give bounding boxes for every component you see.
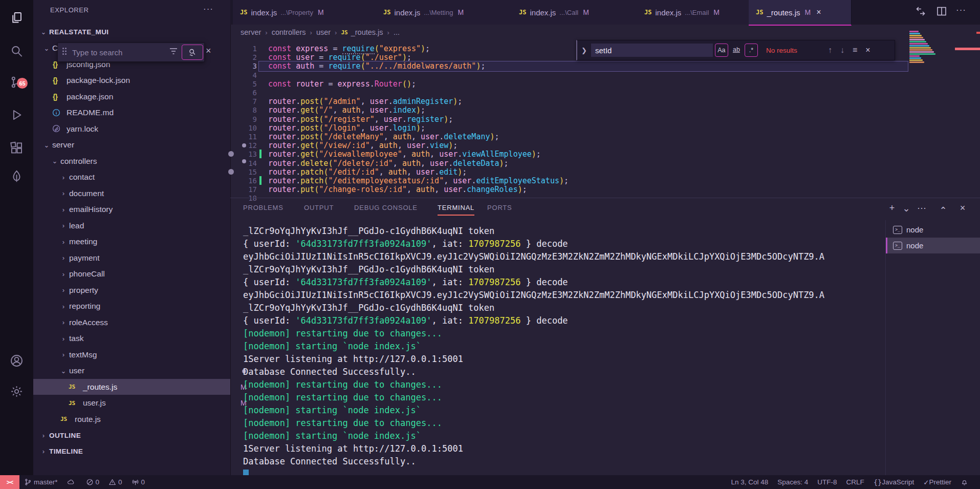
breadcrumb-item[interactable]: server: [241, 28, 261, 36]
new-terminal-button[interactable]: +: [886, 203, 898, 214]
status-warnings[interactable]: 0: [108, 478, 122, 486]
explorer-item-route.js[interactable]: JSroute.js: [33, 411, 230, 427]
explorer-item-package.json[interactable]: {}package.json: [33, 89, 230, 104]
sidebar-more-icon[interactable]: ···: [203, 4, 213, 14]
code-line[interactable]: router.delete("/delete/:id", auth, user.…: [268, 159, 509, 168]
activity-extensions[interactable]: [0, 135, 33, 161]
toggle-replace-icon[interactable]: ❯: [581, 47, 587, 54]
status-eol[interactable]: CRLF: [846, 478, 864, 486]
code-line[interactable]: router.post("/register", user.register);: [268, 115, 453, 124]
tab-index.js-2[interactable]: JSindex.js...\CallM: [512, 0, 638, 25]
activity-settings[interactable]: [0, 378, 33, 405]
code-line[interactable]: router.post("/login", user.login);: [268, 123, 425, 133]
split-editor-button[interactable]: [935, 5, 948, 19]
breakpoint-icon[interactable]: [228, 169, 234, 175]
explorer-item-payment[interactable]: ›payment: [33, 250, 230, 266]
panel-tab-ports[interactable]: PORTS: [487, 204, 512, 211]
explorer-item-meeting[interactable]: ›meeting: [33, 234, 230, 250]
minimap[interactable]: [909, 31, 938, 67]
activity-search[interactable]: [0, 37, 33, 64]
status-git-branch[interactable]: master*: [24, 478, 58, 486]
open-changes-button[interactable]: [914, 5, 927, 19]
explorer-item-emailhistory[interactable]: ›emailHistory: [33, 202, 230, 218]
explorer-item-property[interactable]: ›property: [33, 282, 230, 298]
tab-close-icon[interactable]: ×: [816, 8, 821, 17]
status-errors[interactable]: 0: [86, 478, 100, 486]
status-language-mode[interactable]: {} JavaScript: [874, 478, 914, 486]
tree-filter-popup[interactable]: Type to search: [57, 42, 205, 62]
find-input[interactable]: setId: [591, 44, 713, 57]
panel-tab-terminal[interactable]: TERMINAL: [438, 204, 474, 211]
find-in-selection-button[interactable]: ≡: [853, 46, 857, 55]
prev-match-button[interactable]: ↑: [828, 46, 832, 55]
explorer-item-lead[interactable]: ›lead: [33, 218, 230, 233]
code-line[interactable]: router.put("/change-roles/:id", auth, us…: [268, 185, 527, 194]
explorer-item-yarn.lock[interactable]: yarn.lock: [33, 121, 230, 137]
status-notifications[interactable]: [961, 478, 970, 486]
breadcrumb-item[interactable]: _routes.js: [351, 28, 383, 36]
explorer-item-textmsg[interactable]: ›textMsg: [33, 347, 230, 363]
status-encoding[interactable]: UTF-8: [817, 478, 837, 486]
activity-mongodb[interactable]: [0, 163, 33, 189]
explorer-item-user[interactable]: ⌄user: [33, 363, 230, 379]
regex-toggle[interactable]: .*: [745, 44, 758, 57]
tab-index.js-0[interactable]: JSindex.js...\PropertyM: [233, 0, 377, 25]
code-line[interactable]: const auth = require("../../middelwares/…: [268, 61, 485, 71]
explorer-item-readme.md[interactable]: README.md: [33, 105, 230, 121]
match-case-toggle[interactable]: Aa: [715, 44, 728, 57]
explorer-item-task[interactable]: ›task: [33, 331, 230, 347]
launch-profile-button[interactable]: ⌄: [901, 203, 912, 214]
drag-grip-icon[interactable]: [62, 47, 67, 57]
code-line[interactable]: router.post("/deleteMany", auth, user.de…: [268, 132, 499, 141]
status-cursor-position[interactable]: Ln 3, Col 48: [731, 478, 769, 486]
code-line[interactable]: const user = require("./user");: [268, 53, 411, 62]
terminal-instance-1[interactable]: >_node: [886, 222, 980, 238]
status-publish-changes[interactable]: [67, 478, 77, 486]
explorer-item-document[interactable]: ›document: [33, 185, 230, 201]
explorer-item-reporting[interactable]: ›reporting: [33, 299, 230, 314]
activity-run-debug[interactable]: [0, 101, 33, 128]
close-filter-icon[interactable]: ×: [206, 46, 211, 56]
code-line[interactable]: router.get("/", auth, user.index);: [268, 105, 425, 115]
explorer-item-controllers[interactable]: ⌄controllers: [33, 153, 230, 169]
maximize-panel-button[interactable]: ⌃: [938, 205, 949, 216]
explorer-item-phonecall[interactable]: ›phoneCall: [33, 266, 230, 282]
code-line[interactable]: router.get("/viewallemployee", auth, use…: [268, 150, 541, 159]
filter-icon[interactable]: [169, 48, 178, 57]
tab-index.js-1[interactable]: JSindex.js...\MettingM: [376, 0, 512, 25]
status-indentation[interactable]: Spaces: 4: [777, 478, 808, 486]
explorer-item-user.js[interactable]: JSuser.jsM: [33, 395, 230, 411]
explorer-item-realstate_mui[interactable]: ⌄REALSTATE_MUI: [33, 24, 230, 40]
status-formatter[interactable]: ✓ Prettier: [923, 478, 951, 486]
tab-_routes.js-4[interactable]: JS_routes.jsM×: [749, 0, 852, 26]
code-line[interactable]: const express = require("express");: [268, 44, 430, 53]
breadcrumb-item[interactable]: controllers: [272, 28, 306, 36]
breakpoint-icon[interactable]: [228, 151, 234, 157]
tree-filter-input[interactable]: Type to search: [72, 48, 169, 57]
next-match-button[interactable]: ↓: [840, 46, 844, 55]
explorer-item-_routes.js[interactable]: JS_routes.jsM: [33, 379, 230, 395]
terminal-instance-2[interactable]: >_node: [886, 238, 980, 253]
tab-index.js-3[interactable]: JSindex.js...\EmailM: [637, 0, 749, 25]
more-actions-button[interactable]: ···: [956, 5, 966, 15]
panel-tab-debug-console[interactable]: DEBUG CONSOLE: [354, 204, 418, 211]
breadcrumb-item[interactable]: ...: [394, 28, 400, 36]
code-line[interactable]: router.get("/view/:id", auth, user.view)…: [268, 141, 458, 150]
status-ports-forwarded[interactable]: 0: [132, 478, 145, 486]
whole-word-toggle[interactable]: ab: [730, 44, 743, 56]
activity-explorer[interactable]: [0, 4, 33, 31]
panel-tab-output[interactable]: OUTPUT: [304, 204, 334, 211]
remote-indicator[interactable]: ><: [0, 475, 19, 489]
activity-account[interactable]: [0, 347, 33, 374]
code-line[interactable]: router.post("/admin", user.adminRegister…: [268, 97, 462, 106]
explorer-item-contact[interactable]: ›contact: [33, 169, 230, 185]
close-find-button[interactable]: ×: [865, 46, 870, 55]
explorer-item-server[interactable]: ⌄server: [33, 137, 230, 153]
panel-more-button[interactable]: ···: [916, 203, 927, 214]
explorer-item-package-lock.json[interactable]: {}package-lock.json: [33, 73, 230, 89]
code-line[interactable]: router.patch("/editemployeestatus/:id", …: [268, 176, 569, 185]
fuzzy-search-toggle[interactable]: [182, 45, 203, 60]
terminal-list-divider[interactable]: [885, 220, 886, 475]
activity-source-control[interactable]: 65: [0, 69, 33, 95]
explorer-item-outline[interactable]: ›OUTLINE: [33, 428, 230, 443]
